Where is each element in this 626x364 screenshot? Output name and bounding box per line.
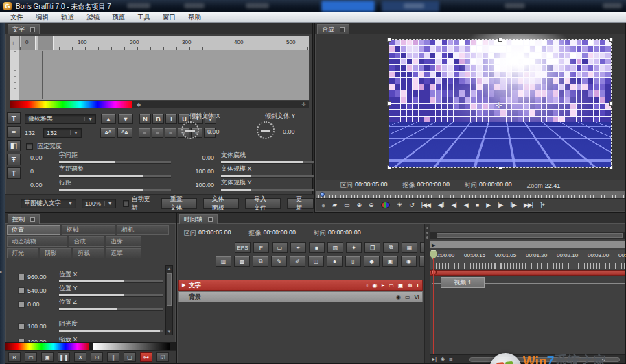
- scroll-down-icon[interactable]: ▼: [166, 329, 172, 335]
- slider-track[interactable]: [59, 330, 163, 332]
- cylinder-icon[interactable]: ▯: [345, 256, 361, 267]
- text-edit-area[interactable]: [10, 50, 309, 100]
- marker-icon[interactable]: ▣: [398, 282, 404, 289]
- keyframe-key-icon[interactable]: ⊶: [140, 352, 152, 362]
- gradient-shape-icon[interactable]: ▨: [327, 242, 343, 253]
- region-icon[interactable]: ▭: [344, 202, 349, 208]
- selection-handle[interactable]: [498, 165, 502, 169]
- text-slider[interactable]: 100.00文体规模 X: [181, 163, 327, 177]
- grayscale-gradient[interactable]: [93, 343, 170, 350]
- keyframe-box[interactable]: [18, 301, 25, 308]
- control-slider[interactable]: 960.00位置 X: [18, 269, 163, 282]
- columns-icon[interactable]: ❚❚: [58, 352, 70, 362]
- scroll-handle-icon[interactable]: ◆: [137, 101, 141, 108]
- slider-track[interactable]: [221, 161, 327, 163]
- font-family-dropdown[interactable]: 微软雅黑 ▼: [25, 114, 96, 124]
- zoom-bar-thumb[interactable]: [437, 233, 623, 238]
- tab-control[interactable]: 控制: [8, 214, 40, 224]
- control-slider[interactable]: 100.00阻光度: [18, 318, 163, 332]
- timeline-zoom-bar[interactable]: [430, 232, 625, 239]
- tab-composite[interactable]: 合成: [317, 24, 349, 34]
- slant-icon[interactable]: ∥: [107, 352, 119, 362]
- slider-track[interactable]: [59, 308, 163, 310]
- frame-icon[interactable]: ▭: [25, 352, 37, 362]
- vi-label[interactable]: VI: [414, 294, 419, 300]
- keyframe-box[interactable]: [18, 287, 25, 294]
- font-prev-button[interactable]: ▲: [101, 114, 116, 124]
- go-start-icon[interactable]: |◀◀: [421, 202, 430, 208]
- text-slider[interactable]: 100.00文体规模 Y: [181, 177, 327, 191]
- f-flag-icon[interactable]: F: [381, 282, 384, 289]
- scroll-up-icon[interactable]: ▲: [166, 266, 172, 271]
- control-vscrollbar[interactable]: ▲ ▼: [165, 265, 173, 335]
- media-icon[interactable]: ▣: [382, 256, 398, 267]
- panel-menu-icon[interactable]: [30, 217, 35, 222]
- rainbow-gradient[interactable]: [10, 101, 132, 108]
- filled-frame-icon[interactable]: ▣: [41, 352, 54, 362]
- menu-item-0[interactable]: 文件: [4, 13, 30, 22]
- disclosure-icon[interactable]: ▶: [182, 282, 189, 288]
- spot-icon[interactable]: ◉: [401, 256, 417, 267]
- time-ruler[interactable]: 00:00.0000:00.1500:01.0500:01.2000:02.10…: [430, 250, 625, 269]
- control-tab-2-2[interactable]: 剪裁: [73, 248, 104, 258]
- bottom-button-1[interactable]: 文体面板: [203, 198, 239, 209]
- prev-keyframe-icon[interactable]: ◀‖: [438, 202, 444, 208]
- keyframe-box[interactable]: [18, 274, 25, 280]
- control-tab-0-1[interactable]: 枢轴: [62, 225, 115, 235]
- cross-tool-icon[interactable]: ✕: [74, 352, 86, 362]
- text-icon[interactable]: T: [416, 282, 419, 289]
- control-tab-2-3[interactable]: 遮罩: [106, 248, 141, 258]
- scroll-handle-icon[interactable]: ✛: [301, 101, 306, 108]
- import-title-icon[interactable]: ⧉: [383, 242, 399, 253]
- control-tab-1-2[interactable]: 边缘: [106, 236, 141, 247]
- menu-item-3[interactable]: 滤镜: [80, 13, 106, 22]
- menu-item-6[interactable]: 窗口: [156, 13, 182, 22]
- panel-menu-icon[interactable]: [208, 217, 213, 222]
- title-safe-icon[interactable]: ⊡: [91, 352, 103, 362]
- text-transform-icon[interactable]: T: [7, 167, 21, 179]
- menu-item-7[interactable]: 帮助: [182, 13, 207, 22]
- snapshot-icon[interactable]: ✳: [397, 202, 402, 208]
- lock-icon[interactable]: ⋒: [407, 282, 412, 289]
- preview-image[interactable]: ✛: [389, 40, 611, 167]
- sphere-icon[interactable]: ●: [327, 256, 343, 267]
- align-center-icon[interactable]: ≡: [152, 128, 163, 138]
- bottom-button-3[interactable]: 更新: [287, 198, 314, 209]
- loop-icon[interactable]: ↺: [409, 202, 414, 208]
- text-slider[interactable]: 0.00行距: [30, 177, 171, 191]
- dial-knob[interactable]: [257, 121, 275, 139]
- zoom-in-icon[interactable]: ⊕: [356, 202, 361, 208]
- size-up-button[interactable]: Aᴬ: [100, 128, 115, 138]
- rounded-shape-icon[interactable]: ▭: [272, 242, 288, 253]
- diamond-icon[interactable]: ◆: [364, 256, 380, 267]
- scroll-thumb[interactable]: [167, 273, 172, 306]
- pen-tool-icon[interactable]: ✒: [290, 242, 306, 253]
- bottom-button-2[interactable]: 导入文件: [245, 198, 281, 209]
- zoom-out-icon[interactable]: ⊖: [369, 202, 373, 208]
- frame-view-icon[interactable]: ⧈: [449, 356, 452, 363]
- panel-menu-icon[interactable]: [30, 27, 35, 32]
- control-tab-2-1[interactable]: 阴影: [40, 248, 71, 258]
- normal-button[interactable]: N: [139, 114, 151, 124]
- record-icon[interactable]: ●: [321, 202, 325, 209]
- menu-item-4[interactable]: 预览: [106, 13, 131, 22]
- text-slider[interactable]: 0.00文体底线: [181, 149, 327, 163]
- align-left-icon[interactable]: ≡: [139, 128, 150, 138]
- text-track-bar[interactable]: [430, 270, 625, 276]
- keyframe-box[interactable]: [18, 323, 25, 330]
- rgb-channels-icon[interactable]: [381, 202, 390, 208]
- open-folder-icon[interactable]: ❒: [364, 242, 380, 253]
- text-zoom-dropdown[interactable]: 100% ▼: [82, 199, 116, 208]
- bold-button[interactable]: B: [152, 114, 164, 124]
- image-edit-icon[interactable]: ⧉: [253, 256, 268, 267]
- composite-viewport[interactable]: ✛: [316, 34, 625, 180]
- swatch-icon[interactable]: ▫: [367, 282, 369, 289]
- font-size-dropdown[interactable]: 132 ▼: [43, 128, 82, 138]
- control-tab-1-0[interactable]: 动态模糊: [7, 236, 67, 247]
- menu-item-1[interactable]: 编辑: [30, 13, 55, 22]
- pict-icon[interactable]: P: [253, 242, 269, 253]
- scrubber-thumb[interactable]: [320, 192, 325, 197]
- selection-handle[interactable]: [387, 101, 391, 106]
- panel-menu-icon[interactable]: [340, 27, 345, 32]
- rainbow-gradient[interactable]: [5, 343, 89, 350]
